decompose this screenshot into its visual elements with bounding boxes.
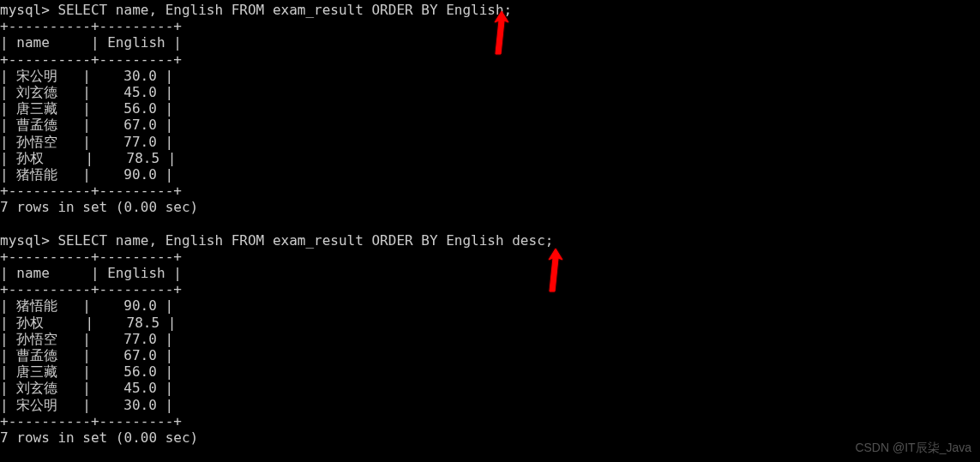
- table-border: +----------+---------+: [0, 183, 980, 199]
- table-row: | 宋公明 | 30.0 |: [0, 68, 980, 84]
- prompt: mysql>: [0, 2, 50, 18]
- table-row: | 刘玄德 | 45.0 |: [0, 84, 980, 100]
- table-row: | 猪悟能 | 90.0 |: [0, 166, 980, 183]
- blank-line: [0, 215, 980, 231]
- table-header-row: | name | English |: [0, 34, 980, 51]
- col-header-english: English: [107, 265, 165, 281]
- watermark-text: CSDN @IT辰柒_Java: [855, 441, 971, 455]
- prompt: mysql>: [0, 232, 50, 249]
- col-header-english: English: [107, 34, 165, 51]
- table-border: +----------+---------+: [0, 413, 980, 429]
- table-row: | 猪悟能 | 90.0 |: [0, 297, 980, 314]
- table-border: +----------+---------+: [0, 18, 980, 34]
- result-footer: 7 rows in set (0.00 sec): [0, 199, 980, 215]
- table-row: | 唐三藏 | 56.0 |: [0, 363, 980, 380]
- table-row: | 曹孟德 | 67.0 |: [0, 347, 980, 363]
- sql-prompt-line: mysql> SELECT name, English FROM exam_re…: [0, 2, 980, 18]
- table-row: | 宋公明 | 30.0 |: [0, 397, 980, 413]
- table-border: +----------+---------+: [0, 51, 980, 68]
- table-row: | 刘玄德 | 45.0 |: [0, 380, 980, 396]
- sql-prompt-line: mysql> SELECT name, English FROM exam_re…: [0, 232, 980, 249]
- table-row: | 孙权 | 78.5 |: [0, 315, 980, 331]
- col-header-name: name: [16, 34, 50, 51]
- table-row: | 孙权 | 78.5 |: [0, 150, 980, 166]
- sql-query-1: SELECT name, English FROM exam_result OR…: [50, 2, 512, 18]
- table-border: +----------+---------+: [0, 249, 980, 265]
- table-row: | 孙悟空 | 77.0 |: [0, 331, 980, 347]
- result-footer: 7 rows in set (0.00 sec): [0, 429, 980, 446]
- table-row: | 曹孟德 | 67.0 |: [0, 117, 980, 133]
- terminal-output: mysql> SELECT name, English FROM exam_re…: [0, 2, 980, 446]
- col-header-name: name: [16, 265, 50, 281]
- table-row: | 孙悟空 | 77.0 |: [0, 134, 980, 150]
- table-header-row: | name | English |: [0, 265, 980, 281]
- sql-query-2: SELECT name, English FROM exam_result OR…: [50, 232, 554, 249]
- table-row: | 唐三藏 | 56.0 |: [0, 100, 980, 117]
- table-border: +----------+---------+: [0, 281, 980, 297]
